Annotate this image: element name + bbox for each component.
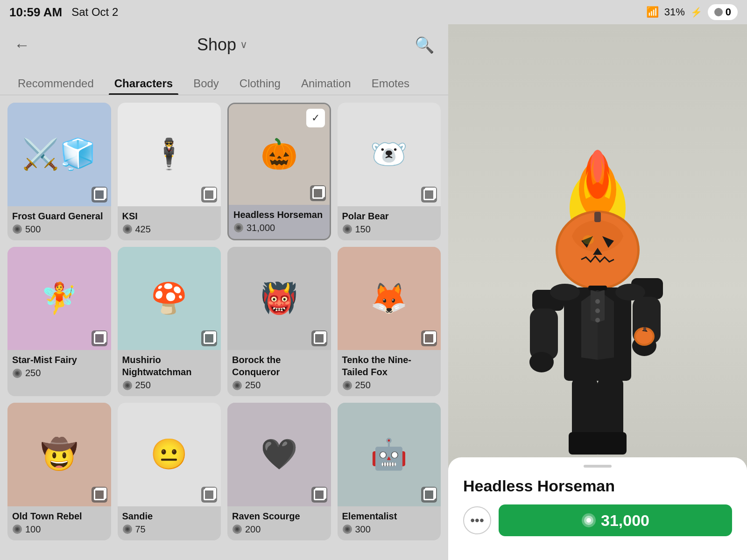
item-name: Frost Guard General: [12, 210, 106, 222]
item-price: 100: [12, 524, 106, 535]
svg-point-65: [550, 284, 580, 301]
tab-clothing[interactable]: Clothing: [229, 72, 291, 95]
item-card-row3b[interactable]: 😐 Sandie 75: [118, 403, 221, 540]
item-emoji: 🕴️: [128, 113, 211, 196]
item-card-row3a[interactable]: 🤠 Old Town Rebel 100: [7, 403, 111, 540]
item-thumbnail: 😐: [118, 403, 221, 506]
item-info: Borock the Conqueror 250: [227, 350, 331, 396]
stack-icon: [92, 330, 107, 346]
item-thumbnail: 🦊: [338, 247, 441, 350]
item-info: Tenko the Nine-Tailed Fox 250: [338, 350, 441, 396]
item-name: Raven Scourge: [232, 510, 326, 522]
horseman-illustration: [490, 124, 705, 460]
item-card-row3d[interactable]: 🤖 Elementalist 300: [338, 403, 441, 540]
wifi-icon: 📶: [646, 6, 659, 18]
item-card-polar[interactable]: 🐻‍❄️ Polar Bear 150: [338, 103, 441, 240]
item-price: 200: [232, 524, 326, 535]
stack-icon: [421, 330, 437, 346]
item-price: 500: [12, 224, 106, 235]
item-info: Star-Mist Fairy 250: [7, 350, 111, 384]
stack-icon: [311, 487, 327, 503]
item-name: Mushirio Nightwatchman: [122, 354, 217, 378]
item-info: Elementalist 300: [338, 506, 441, 540]
price-value: 300: [355, 524, 371, 535]
robux-price-icon: [342, 524, 352, 534]
item-card-borock[interactable]: 👹 Borock the Conqueror 250: [227, 247, 331, 397]
item-price: 425: [122, 224, 217, 235]
item-name: KSI: [122, 210, 217, 222]
item-price: 31,000: [233, 223, 325, 233]
stack-icon: [311, 330, 327, 346]
dropdown-chevron-icon[interactable]: ∨: [240, 39, 247, 51]
item-card-frost[interactable]: ⚔️🧊 Frost Guard General 500: [7, 103, 111, 240]
stack-icon: [92, 487, 107, 503]
price-value: 425: [135, 224, 151, 235]
svg-rect-42: [594, 212, 601, 222]
item-emoji: 🦊: [348, 257, 430, 340]
item-card-mushirio[interactable]: 🍄 Mushirio Nightwatchman 250: [118, 247, 221, 397]
item-thumbnail: 🐻‍❄️: [338, 103, 441, 206]
tab-body[interactable]: Body: [183, 72, 229, 95]
item-info: Mushirio Nightwatchman 250: [118, 350, 221, 396]
item-name: Star-Mist Fairy: [12, 354, 106, 366]
purchase-item-name: Headless Horseman: [463, 477, 615, 495]
item-card-row3c[interactable]: 🖤 Raven Scourge 200: [227, 403, 331, 540]
robux-icon: [714, 8, 723, 16]
item-price: 250: [12, 368, 106, 378]
items-grid: ⚔️🧊 Frost Guard General 500 🕴️ KSI: [7, 103, 441, 540]
svg-rect-61: [572, 378, 598, 439]
tab-characters[interactable]: Characters: [104, 72, 183, 95]
more-options-button[interactable]: •••: [463, 506, 491, 534]
robux-badge: 0: [708, 4, 738, 20]
item-card-tenko[interactable]: 🦊 Tenko the Nine-Tailed Fox 250: [338, 247, 441, 397]
item-emoji: 🖤: [238, 413, 320, 496]
back-button[interactable]: ←: [14, 36, 30, 54]
purchase-sheet: Headless Horseman ••• 31,000: [448, 457, 747, 560]
svg-point-66: [615, 284, 645, 301]
item-info: KSI 425: [118, 206, 221, 240]
stack-icon: [201, 487, 217, 503]
stack-icon: [421, 487, 437, 503]
svg-point-53: [529, 352, 554, 372]
item-emoji: 😐: [128, 413, 211, 496]
robux-price-icon: [122, 380, 133, 391]
shop-title-text: Shop: [197, 35, 236, 55]
item-info: Polar Bear 150: [338, 206, 441, 240]
search-button[interactable]: 🔍: [415, 35, 434, 54]
status-bar: 10:59 AM Sat Oct 2 📶 31% ⚡ 0: [0, 0, 747, 24]
status-time: 10:59 AM: [9, 5, 62, 20]
robux-price-icon: [342, 224, 352, 234]
item-emoji: 🐻‍❄️: [348, 113, 430, 196]
item-card-headless[interactable]: 🎃 ✓ Headless Horseman 31,000: [227, 103, 331, 240]
item-name: Tenko the Nine-Tailed Fox: [342, 354, 437, 378]
tab-emotes[interactable]: Emotes: [361, 72, 420, 95]
tab-animation[interactable]: Animation: [291, 72, 361, 95]
svg-rect-64: [595, 432, 627, 455]
purchase-actions: ••• 31,000: [463, 504, 732, 536]
robux-price-icon: [12, 368, 22, 378]
item-emoji: 👹: [238, 257, 320, 340]
item-thumbnail: 🧚: [7, 247, 111, 350]
price-value: 250: [245, 380, 261, 391]
stack-icon: [92, 187, 107, 203]
tab-recommended[interactable]: Recommended: [7, 72, 104, 95]
item-price: 150: [342, 224, 437, 235]
more-icon: •••: [470, 513, 484, 528]
item-info: Sandie 75: [118, 506, 221, 540]
svg-rect-67: [588, 286, 607, 290]
item-card-fairy[interactable]: 🧚 Star-Mist Fairy 250: [7, 247, 111, 397]
item-card-ksi[interactable]: 🕴️ KSI 425: [118, 103, 221, 240]
shop-grid-area: ⚔️🧊 Frost Guard General 500 🕴️ KSI: [0, 95, 448, 560]
item-name: Elementalist: [342, 510, 437, 522]
battery-level: 31%: [664, 6, 685, 18]
item-name: Old Town Rebel: [12, 510, 106, 522]
selected-check-badge: ✓: [306, 109, 325, 127]
item-info: Headless Horseman 31,000: [229, 205, 330, 239]
robux-price-icon: [232, 380, 242, 391]
buy-button[interactable]: 31,000: [499, 504, 732, 536]
item-thumbnail: 🖤: [227, 403, 331, 506]
item-emoji: 🍄: [128, 257, 211, 340]
item-thumbnail: 🤠: [7, 403, 111, 506]
robux-price-icon: [122, 524, 133, 534]
item-price: 250: [342, 380, 437, 391]
